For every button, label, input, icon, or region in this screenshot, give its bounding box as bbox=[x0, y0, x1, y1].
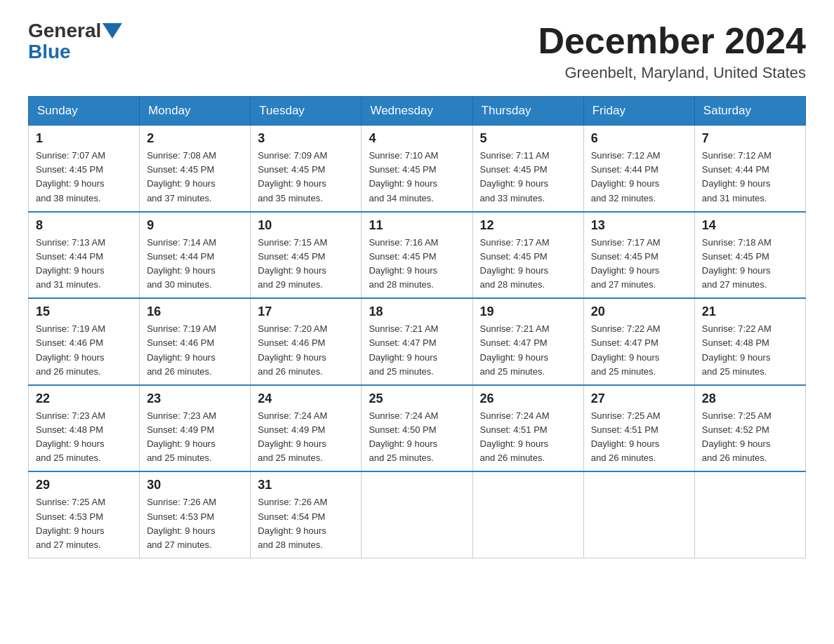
day-info: Sunrise: 7:26 AMSunset: 4:54 PMDaylight:… bbox=[258, 495, 354, 552]
header-wednesday: Wednesday bbox=[362, 97, 472, 126]
day-cell: 31Sunrise: 7:26 AMSunset: 4:54 PMDayligh… bbox=[251, 471, 362, 558]
days-header-row: SundayMondayTuesdayWednesdayThursdayFrid… bbox=[29, 97, 806, 126]
day-info: Sunrise: 7:16 AMSunset: 4:45 PMDaylight:… bbox=[369, 236, 465, 293]
day-cell: 22Sunrise: 7:23 AMSunset: 4:48 PMDayligh… bbox=[29, 385, 140, 472]
calendar-table: SundayMondayTuesdayWednesdayThursdayFrid… bbox=[28, 96, 806, 558]
day-number: 30 bbox=[147, 478, 243, 492]
day-cell: 15Sunrise: 7:19 AMSunset: 4:46 PMDayligh… bbox=[29, 298, 140, 385]
day-info: Sunrise: 7:18 AMSunset: 4:45 PMDaylight:… bbox=[702, 236, 798, 293]
day-info: Sunrise: 7:24 AMSunset: 4:51 PMDaylight:… bbox=[480, 409, 576, 466]
day-info: Sunrise: 7:09 AMSunset: 4:45 PMDaylight:… bbox=[258, 149, 354, 206]
day-number: 6 bbox=[591, 131, 687, 146]
day-cell: 11Sunrise: 7:16 AMSunset: 4:45 PMDayligh… bbox=[362, 212, 472, 299]
day-cell bbox=[694, 471, 805, 558]
day-info: Sunrise: 7:11 AMSunset: 4:45 PMDaylight:… bbox=[480, 149, 576, 206]
day-info: Sunrise: 7:23 AMSunset: 4:48 PMDaylight:… bbox=[36, 409, 132, 466]
day-info: Sunrise: 7:25 AMSunset: 4:53 PMDaylight:… bbox=[36, 495, 132, 552]
day-number: 15 bbox=[36, 304, 132, 319]
day-cell: 1Sunrise: 7:07 AMSunset: 4:45 PMDaylight… bbox=[29, 126, 140, 212]
day-number: 19 bbox=[480, 304, 576, 319]
day-info: Sunrise: 7:12 AMSunset: 4:44 PMDaylight:… bbox=[591, 149, 687, 206]
day-number: 26 bbox=[480, 391, 576, 406]
day-number: 27 bbox=[591, 391, 687, 406]
day-number: 7 bbox=[702, 131, 798, 146]
day-cell: 5Sunrise: 7:11 AMSunset: 4:45 PMDaylight… bbox=[472, 126, 583, 212]
location-text: Greenbelt, Maryland, United States bbox=[538, 64, 806, 82]
day-number: 11 bbox=[369, 218, 465, 233]
day-number: 9 bbox=[147, 218, 243, 233]
day-cell: 8Sunrise: 7:13 AMSunset: 4:44 PMDaylight… bbox=[29, 212, 140, 299]
day-cell: 17Sunrise: 7:20 AMSunset: 4:46 PMDayligh… bbox=[251, 298, 362, 385]
logo: General Blue bbox=[28, 21, 124, 63]
day-number: 5 bbox=[480, 131, 576, 146]
day-info: Sunrise: 7:22 AMSunset: 4:47 PMDaylight:… bbox=[591, 322, 687, 379]
week-row-2: 8Sunrise: 7:13 AMSunset: 4:44 PMDaylight… bbox=[29, 212, 806, 299]
day-cell: 7Sunrise: 7:12 AMSunset: 4:44 PMDaylight… bbox=[694, 126, 805, 212]
day-number: 2 bbox=[147, 131, 243, 146]
day-info: Sunrise: 7:12 AMSunset: 4:44 PMDaylight:… bbox=[702, 149, 798, 206]
day-number: 17 bbox=[258, 304, 354, 319]
day-cell: 9Sunrise: 7:14 AMSunset: 4:44 PMDaylight… bbox=[140, 212, 251, 299]
day-number: 12 bbox=[480, 218, 576, 233]
day-info: Sunrise: 7:07 AMSunset: 4:45 PMDaylight:… bbox=[36, 149, 132, 206]
day-cell: 20Sunrise: 7:22 AMSunset: 4:47 PMDayligh… bbox=[583, 298, 694, 385]
day-cell: 16Sunrise: 7:19 AMSunset: 4:46 PMDayligh… bbox=[140, 298, 251, 385]
title-section: December 2024 Greenbelt, Maryland, Unite… bbox=[538, 21, 806, 82]
day-cell: 14Sunrise: 7:18 AMSunset: 4:45 PMDayligh… bbox=[694, 212, 805, 299]
logo-triangle-icon bbox=[102, 23, 122, 39]
header-thursday: Thursday bbox=[472, 97, 583, 126]
header-monday: Monday bbox=[140, 97, 251, 126]
day-number: 18 bbox=[369, 304, 465, 319]
day-info: Sunrise: 7:19 AMSunset: 4:46 PMDaylight:… bbox=[147, 322, 243, 379]
day-info: Sunrise: 7:14 AMSunset: 4:44 PMDaylight:… bbox=[147, 236, 243, 293]
day-info: Sunrise: 7:08 AMSunset: 4:45 PMDaylight:… bbox=[147, 149, 243, 206]
day-info: Sunrise: 7:15 AMSunset: 4:45 PMDaylight:… bbox=[258, 236, 354, 293]
day-cell: 29Sunrise: 7:25 AMSunset: 4:53 PMDayligh… bbox=[29, 471, 140, 558]
day-cell: 24Sunrise: 7:24 AMSunset: 4:49 PMDayligh… bbox=[251, 385, 362, 472]
day-number: 10 bbox=[258, 218, 354, 233]
logo-general-text: General bbox=[28, 21, 101, 41]
day-cell: 13Sunrise: 7:17 AMSunset: 4:45 PMDayligh… bbox=[583, 212, 694, 299]
day-info: Sunrise: 7:24 AMSunset: 4:49 PMDaylight:… bbox=[258, 409, 354, 466]
day-cell bbox=[583, 471, 694, 558]
day-info: Sunrise: 7:21 AMSunset: 4:47 PMDaylight:… bbox=[480, 322, 576, 379]
day-number: 22 bbox=[36, 391, 132, 406]
day-cell: 3Sunrise: 7:09 AMSunset: 4:45 PMDaylight… bbox=[251, 126, 362, 212]
day-info: Sunrise: 7:22 AMSunset: 4:48 PMDaylight:… bbox=[702, 322, 798, 379]
day-info: Sunrise: 7:19 AMSunset: 4:46 PMDaylight:… bbox=[36, 322, 132, 379]
week-row-4: 22Sunrise: 7:23 AMSunset: 4:48 PMDayligh… bbox=[29, 385, 806, 472]
day-info: Sunrise: 7:23 AMSunset: 4:49 PMDaylight:… bbox=[147, 409, 243, 466]
day-number: 1 bbox=[36, 131, 132, 146]
day-info: Sunrise: 7:25 AMSunset: 4:52 PMDaylight:… bbox=[702, 409, 798, 466]
day-info: Sunrise: 7:17 AMSunset: 4:45 PMDaylight:… bbox=[480, 236, 576, 293]
day-cell: 28Sunrise: 7:25 AMSunset: 4:52 PMDayligh… bbox=[694, 385, 805, 472]
day-number: 3 bbox=[258, 131, 354, 146]
header-friday: Friday bbox=[583, 97, 694, 126]
day-cell: 19Sunrise: 7:21 AMSunset: 4:47 PMDayligh… bbox=[472, 298, 583, 385]
day-info: Sunrise: 7:10 AMSunset: 4:45 PMDaylight:… bbox=[369, 149, 465, 206]
day-cell: 4Sunrise: 7:10 AMSunset: 4:45 PMDaylight… bbox=[362, 126, 472, 212]
day-number: 23 bbox=[147, 391, 243, 406]
day-number: 31 bbox=[258, 478, 354, 492]
day-cell: 6Sunrise: 7:12 AMSunset: 4:44 PMDaylight… bbox=[583, 126, 694, 212]
day-number: 13 bbox=[591, 218, 687, 233]
day-number: 25 bbox=[369, 391, 465, 406]
day-cell: 18Sunrise: 7:21 AMSunset: 4:47 PMDayligh… bbox=[362, 298, 472, 385]
day-info: Sunrise: 7:13 AMSunset: 4:44 PMDaylight:… bbox=[36, 236, 132, 293]
day-number: 24 bbox=[258, 391, 354, 406]
day-cell: 30Sunrise: 7:26 AMSunset: 4:53 PMDayligh… bbox=[140, 471, 251, 558]
day-number: 28 bbox=[702, 391, 798, 406]
day-cell: 23Sunrise: 7:23 AMSunset: 4:49 PMDayligh… bbox=[140, 385, 251, 472]
day-info: Sunrise: 7:26 AMSunset: 4:53 PMDaylight:… bbox=[147, 495, 243, 552]
day-number: 8 bbox=[36, 218, 132, 233]
page-header: General Blue December 2024 Greenbelt, Ma… bbox=[28, 21, 806, 82]
week-row-5: 29Sunrise: 7:25 AMSunset: 4:53 PMDayligh… bbox=[29, 471, 806, 558]
day-cell: 2Sunrise: 7:08 AMSunset: 4:45 PMDaylight… bbox=[140, 126, 251, 212]
day-number: 4 bbox=[369, 131, 465, 146]
day-number: 20 bbox=[591, 304, 687, 319]
day-cell bbox=[362, 471, 472, 558]
day-number: 16 bbox=[147, 304, 243, 319]
day-number: 21 bbox=[702, 304, 798, 319]
day-info: Sunrise: 7:21 AMSunset: 4:47 PMDaylight:… bbox=[369, 322, 465, 379]
month-title: December 2024 bbox=[538, 21, 806, 61]
